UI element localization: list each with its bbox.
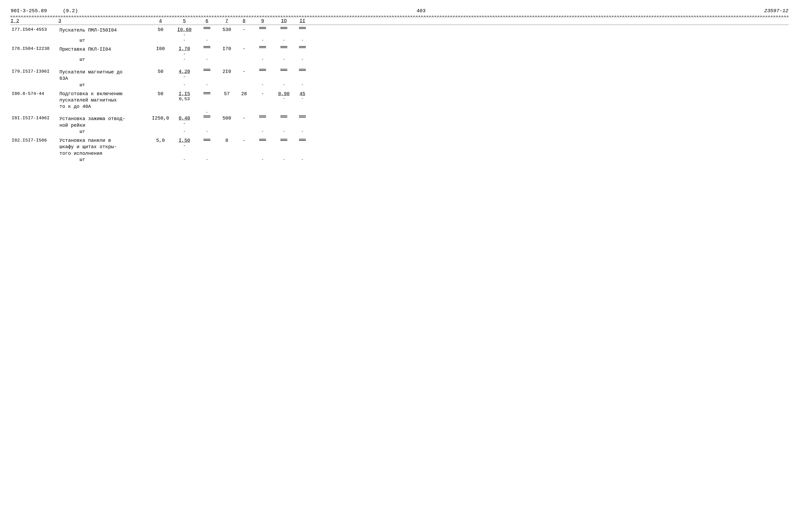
- row1-col11: [294, 26, 310, 38]
- doc-number: 90I-3-255.89: [11, 8, 47, 14]
- row3-col2: Пускатели магнитные до 63А: [58, 69, 148, 82]
- col-header-2: 3: [58, 18, 61, 24]
- row2-col1: I78.I504-I2238: [11, 45, 58, 57]
- row4-col9: -: [252, 90, 273, 97]
- row6-col5: I,50 -: [172, 137, 196, 149]
- row5-col1: I8I.I5I7-I496I: [11, 115, 58, 129]
- right-code: 23597-12: [764, 8, 788, 14]
- table-row: I80.8-574-44 Подготовка к включению пуск…: [11, 90, 788, 113]
- row5-col2: Установка зажима отвод- ной рейки: [58, 115, 148, 129]
- row3-col8: -: [236, 69, 252, 82]
- col-header-8: 8: [243, 18, 246, 24]
- table-row: I78.I504-I2238 Приставка ПКЛ-II04 I00 I,…: [11, 45, 788, 62]
- row4-col1: I80.8-574-44: [11, 90, 58, 97]
- row2-col9: [252, 45, 273, 57]
- col-header-6: 6: [205, 18, 208, 24]
- row5-col9: [252, 115, 273, 129]
- row4-col4: 50: [148, 90, 172, 97]
- row5-col6: [196, 115, 218, 129]
- row3-col6: [196, 69, 218, 82]
- row2-col6: [196, 45, 218, 57]
- col-header-4: 4: [159, 18, 162, 24]
- row3-col10: [273, 69, 294, 82]
- col-header-11: II: [299, 18, 305, 24]
- row2-col4: I00: [148, 45, 172, 57]
- row2-col7: I70: [218, 45, 236, 57]
- row5-col7: 500: [218, 115, 236, 129]
- row3-col11: [294, 69, 310, 82]
- row5-col11: [294, 115, 310, 129]
- row2-col8: -: [236, 45, 252, 57]
- row1-col1: I77.I504-4553: [11, 26, 58, 38]
- row1-col5: I0,60 -: [172, 26, 196, 38]
- row1-col2: Пускатель ПМЛ-I50I04: [58, 26, 148, 38]
- col-header-10: IO: [281, 18, 287, 24]
- sub-number: (9.2): [63, 8, 78, 14]
- row6-col11: [294, 137, 310, 141]
- row6-col1: I82.I5I7-I506: [11, 137, 58, 144]
- row1-col7: 530: [218, 26, 236, 38]
- row6-col9: [252, 137, 273, 141]
- col-header-7: 7: [225, 18, 229, 24]
- table-row: I8I.I5I7-I496I Установка зажима отвод- н…: [11, 115, 788, 134]
- row4-col7: 57: [218, 90, 236, 97]
- row1-col8: -: [236, 26, 252, 38]
- row3-unit: шт: [58, 82, 148, 88]
- table-body: I77.I504-4553 Пускатель ПМЛ-I50I04 50 I0…: [11, 26, 788, 162]
- row1-col6: [196, 26, 218, 38]
- row2-col5: I,70 -: [172, 45, 196, 57]
- row1-unit: шт: [58, 38, 148, 43]
- row6-col2: Установка панели в шкафу и щитах откры- …: [58, 137, 148, 157]
- row6-col6: [196, 137, 218, 141]
- row5-col4: I250,0: [148, 115, 172, 129]
- row6-unit: шт: [58, 157, 148, 162]
- row6-col4: 5,0: [148, 137, 172, 144]
- row5-col5: 0,40 -: [172, 115, 196, 129]
- row6-col7: 8: [218, 137, 236, 144]
- row6-col8: -: [236, 137, 252, 144]
- row2-col11: [294, 45, 310, 57]
- row4-col11: 45 -: [294, 90, 310, 101]
- row4-col10: 0,90 -: [273, 90, 294, 101]
- row6-col10: [273, 137, 294, 141]
- row4-col8: 28: [236, 90, 252, 97]
- row2-unit: шт: [58, 57, 148, 62]
- row4-col6: [196, 90, 218, 95]
- row1-col10: [273, 26, 294, 38]
- table-row: I77.I504-4553 Пускатель ПМЛ-I50I04 50 I0…: [11, 26, 788, 43]
- table-row: I79.I5I7-I396I Пускатели магнитные до 63…: [11, 69, 788, 88]
- row5-unit: шт: [58, 129, 148, 134]
- row3-col5: 4,20 -: [172, 69, 196, 82]
- row4-col2: Подготовка к включению пускателей магнит…: [58, 90, 148, 111]
- row2-col10: [273, 45, 294, 57]
- row1-col9: [252, 26, 273, 38]
- row5-col10: [273, 115, 294, 129]
- row4-col5: I,I5 0,53: [172, 90, 196, 102]
- col-header-1: I 2: [11, 18, 19, 24]
- table-row: I82.I5I7-I506 Установка панели в шкафу и…: [11, 137, 788, 162]
- row3-col9: [252, 69, 273, 82]
- row1-col4: 50: [148, 26, 172, 38]
- page-number: 403: [416, 8, 425, 14]
- row3-col7: 2I0: [218, 69, 236, 82]
- row3-col4: 50: [148, 69, 172, 82]
- row5-col8: -: [236, 115, 252, 129]
- row2-col2: Приставка ПКЛ-II04: [58, 45, 148, 57]
- row3-col1: I79.I5I7-I396I: [11, 69, 58, 82]
- column-headers: I 2 3 4 5 6 7 8 9 IO II: [11, 18, 788, 25]
- col-header-9: 9: [261, 18, 264, 24]
- col-header-5: 5: [183, 18, 186, 24]
